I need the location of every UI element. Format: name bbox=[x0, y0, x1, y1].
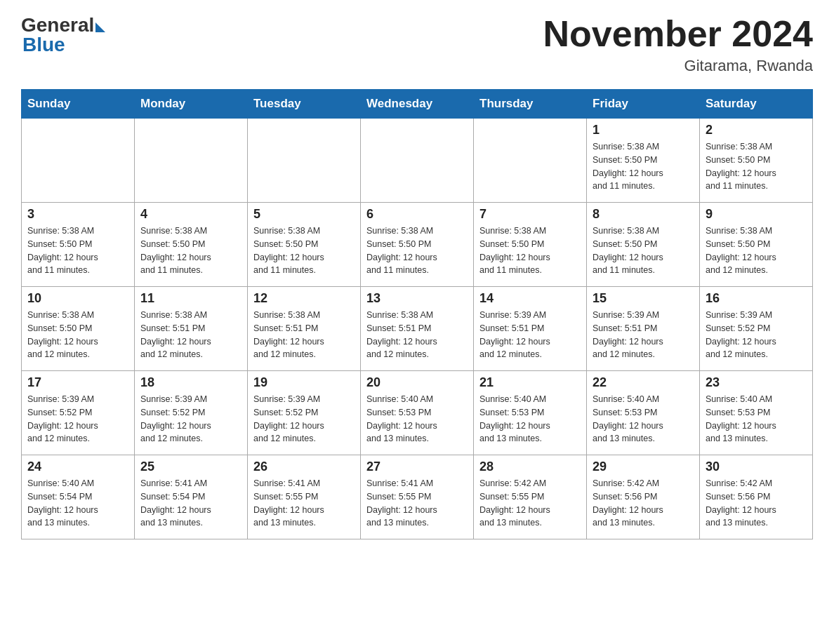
day-info: Sunrise: 5:39 AM Sunset: 5:52 PM Dayligh… bbox=[27, 393, 128, 445]
calendar-cell: 18Sunrise: 5:39 AM Sunset: 5:52 PM Dayli… bbox=[135, 371, 248, 455]
calendar-cell: 11Sunrise: 5:38 AM Sunset: 5:51 PM Dayli… bbox=[135, 287, 248, 371]
day-info: Sunrise: 5:39 AM Sunset: 5:52 PM Dayligh… bbox=[706, 309, 807, 361]
day-info: Sunrise: 5:38 AM Sunset: 5:50 PM Dayligh… bbox=[253, 224, 355, 277]
day-info: Sunrise: 5:38 AM Sunset: 5:50 PM Dayligh… bbox=[27, 224, 128, 277]
day-number: 1 bbox=[593, 123, 694, 137]
calendar-cell: 12Sunrise: 5:38 AM Sunset: 5:51 PM Dayli… bbox=[248, 287, 361, 371]
day-info: Sunrise: 5:38 AM Sunset: 5:51 PM Dayligh… bbox=[366, 309, 468, 361]
day-info: Sunrise: 5:41 AM Sunset: 5:55 PM Dayligh… bbox=[366, 477, 468, 530]
calendar-week-row: 1Sunrise: 5:38 AM Sunset: 5:50 PM Daylig… bbox=[22, 119, 813, 203]
day-info: Sunrise: 5:38 AM Sunset: 5:50 PM Dayligh… bbox=[479, 224, 581, 277]
day-info: Sunrise: 5:38 AM Sunset: 5:50 PM Dayligh… bbox=[593, 224, 694, 277]
calendar-cell: 14Sunrise: 5:39 AM Sunset: 5:51 PM Dayli… bbox=[474, 287, 587, 371]
calendar-cell: 2Sunrise: 5:38 AM Sunset: 5:50 PM Daylig… bbox=[700, 119, 813, 203]
calendar-cell bbox=[361, 119, 474, 203]
day-info: Sunrise: 5:42 AM Sunset: 5:55 PM Dayligh… bbox=[479, 477, 581, 530]
day-info: Sunrise: 5:39 AM Sunset: 5:51 PM Dayligh… bbox=[593, 309, 694, 361]
month-year-title: November 2024 bbox=[543, 14, 813, 54]
day-info: Sunrise: 5:38 AM Sunset: 5:51 PM Dayligh… bbox=[140, 309, 241, 361]
calendar-cell: 27Sunrise: 5:41 AM Sunset: 5:55 PM Dayli… bbox=[361, 455, 474, 539]
weekday-header-tuesday: Tuesday bbox=[248, 90, 361, 119]
logo-blue-text: Blue bbox=[22, 34, 65, 56]
day-info: Sunrise: 5:40 AM Sunset: 5:53 PM Dayligh… bbox=[366, 393, 468, 445]
weekday-header-sunday: Sunday bbox=[22, 90, 135, 119]
day-number: 16 bbox=[706, 291, 807, 306]
weekday-header-wednesday: Wednesday bbox=[361, 90, 474, 119]
calendar-cell: 26Sunrise: 5:41 AM Sunset: 5:55 PM Dayli… bbox=[248, 455, 361, 539]
day-info: Sunrise: 5:41 AM Sunset: 5:55 PM Dayligh… bbox=[253, 477, 355, 530]
calendar-cell: 21Sunrise: 5:40 AM Sunset: 5:53 PM Dayli… bbox=[474, 371, 587, 455]
calendar-table: SundayMondayTuesdayWednesdayThursdayFrid… bbox=[21, 89, 813, 539]
calendar-cell: 3Sunrise: 5:38 AM Sunset: 5:50 PM Daylig… bbox=[22, 203, 135, 287]
calendar-cell: 8Sunrise: 5:38 AM Sunset: 5:50 PM Daylig… bbox=[587, 203, 700, 287]
day-info: Sunrise: 5:40 AM Sunset: 5:53 PM Dayligh… bbox=[593, 393, 694, 445]
calendar-cell: 30Sunrise: 5:42 AM Sunset: 5:56 PM Dayli… bbox=[700, 455, 813, 539]
calendar-cell: 1Sunrise: 5:38 AM Sunset: 5:50 PM Daylig… bbox=[587, 119, 700, 203]
weekday-header-friday: Friday bbox=[587, 90, 700, 119]
day-number: 20 bbox=[366, 375, 468, 390]
calendar-cell: 15Sunrise: 5:39 AM Sunset: 5:51 PM Dayli… bbox=[587, 287, 700, 371]
title-area: November 2024 Gitarama, Rwanda bbox=[543, 14, 813, 75]
day-info: Sunrise: 5:38 AM Sunset: 5:50 PM Dayligh… bbox=[706, 140, 807, 193]
day-info: Sunrise: 5:38 AM Sunset: 5:50 PM Dayligh… bbox=[706, 224, 807, 277]
day-number: 19 bbox=[253, 375, 355, 390]
day-info: Sunrise: 5:40 AM Sunset: 5:54 PM Dayligh… bbox=[27, 477, 128, 530]
day-number: 14 bbox=[479, 291, 581, 306]
weekday-header-thursday: Thursday bbox=[474, 90, 587, 119]
calendar-cell bbox=[135, 119, 248, 203]
day-number: 21 bbox=[479, 375, 581, 390]
day-number: 6 bbox=[366, 207, 468, 222]
day-info: Sunrise: 5:38 AM Sunset: 5:50 PM Dayligh… bbox=[140, 224, 241, 277]
location-subtitle: Gitarama, Rwanda bbox=[543, 57, 813, 75]
day-number: 23 bbox=[706, 375, 807, 390]
weekday-header-saturday: Saturday bbox=[700, 90, 813, 119]
calendar-cell: 22Sunrise: 5:40 AM Sunset: 5:53 PM Dayli… bbox=[587, 371, 700, 455]
day-info: Sunrise: 5:38 AM Sunset: 5:51 PM Dayligh… bbox=[253, 309, 355, 361]
day-number: 15 bbox=[593, 291, 694, 306]
day-number: 8 bbox=[593, 207, 694, 222]
calendar-cell: 6Sunrise: 5:38 AM Sunset: 5:50 PM Daylig… bbox=[361, 203, 474, 287]
day-number: 28 bbox=[479, 459, 581, 474]
day-number: 4 bbox=[140, 207, 241, 222]
logo: General Blue bbox=[21, 14, 105, 56]
calendar-cell: 24Sunrise: 5:40 AM Sunset: 5:54 PM Dayli… bbox=[22, 455, 135, 539]
calendar-cell: 29Sunrise: 5:42 AM Sunset: 5:56 PM Dayli… bbox=[587, 455, 700, 539]
weekday-header-row: SundayMondayTuesdayWednesdayThursdayFrid… bbox=[22, 90, 813, 119]
day-number: 5 bbox=[253, 207, 355, 222]
calendar-cell bbox=[22, 119, 135, 203]
day-number: 30 bbox=[706, 459, 807, 474]
calendar-cell bbox=[474, 119, 587, 203]
calendar-cell: 5Sunrise: 5:38 AM Sunset: 5:50 PM Daylig… bbox=[248, 203, 361, 287]
calendar-week-row: 24Sunrise: 5:40 AM Sunset: 5:54 PM Dayli… bbox=[22, 455, 813, 539]
day-number: 13 bbox=[366, 291, 468, 306]
day-info: Sunrise: 5:39 AM Sunset: 5:52 PM Dayligh… bbox=[140, 393, 241, 445]
day-info: Sunrise: 5:39 AM Sunset: 5:51 PM Dayligh… bbox=[479, 309, 581, 361]
day-info: Sunrise: 5:41 AM Sunset: 5:54 PM Dayligh… bbox=[140, 477, 241, 530]
calendar-week-row: 10Sunrise: 5:38 AM Sunset: 5:50 PM Dayli… bbox=[22, 287, 813, 371]
day-number: 26 bbox=[253, 459, 355, 474]
day-info: Sunrise: 5:38 AM Sunset: 5:50 PM Dayligh… bbox=[27, 309, 128, 361]
calendar-cell: 23Sunrise: 5:40 AM Sunset: 5:53 PM Dayli… bbox=[700, 371, 813, 455]
calendar-cell: 10Sunrise: 5:38 AM Sunset: 5:50 PM Dayli… bbox=[22, 287, 135, 371]
day-number: 24 bbox=[27, 459, 128, 474]
header: General Blue November 2024 Gitarama, Rwa… bbox=[21, 14, 813, 75]
calendar-cell: 9Sunrise: 5:38 AM Sunset: 5:50 PM Daylig… bbox=[700, 203, 813, 287]
calendar-week-row: 17Sunrise: 5:39 AM Sunset: 5:52 PM Dayli… bbox=[22, 371, 813, 455]
calendar-cell: 16Sunrise: 5:39 AM Sunset: 5:52 PM Dayli… bbox=[700, 287, 813, 371]
day-number: 17 bbox=[27, 375, 128, 390]
day-info: Sunrise: 5:40 AM Sunset: 5:53 PM Dayligh… bbox=[479, 393, 581, 445]
day-number: 12 bbox=[253, 291, 355, 306]
day-info: Sunrise: 5:40 AM Sunset: 5:53 PM Dayligh… bbox=[706, 393, 807, 445]
day-number: 2 bbox=[706, 123, 807, 137]
day-number: 29 bbox=[593, 459, 694, 474]
calendar-cell: 17Sunrise: 5:39 AM Sunset: 5:52 PM Dayli… bbox=[22, 371, 135, 455]
calendar-cell: 25Sunrise: 5:41 AM Sunset: 5:54 PM Dayli… bbox=[135, 455, 248, 539]
day-info: Sunrise: 5:38 AM Sunset: 5:50 PM Dayligh… bbox=[593, 140, 694, 193]
day-number: 7 bbox=[479, 207, 581, 222]
logo-triangle-icon bbox=[95, 22, 105, 32]
calendar-cell: 19Sunrise: 5:39 AM Sunset: 5:52 PM Dayli… bbox=[248, 371, 361, 455]
calendar-cell: 4Sunrise: 5:38 AM Sunset: 5:50 PM Daylig… bbox=[135, 203, 248, 287]
day-number: 27 bbox=[366, 459, 468, 474]
day-info: Sunrise: 5:42 AM Sunset: 5:56 PM Dayligh… bbox=[593, 477, 694, 530]
calendar-cell: 7Sunrise: 5:38 AM Sunset: 5:50 PM Daylig… bbox=[474, 203, 587, 287]
